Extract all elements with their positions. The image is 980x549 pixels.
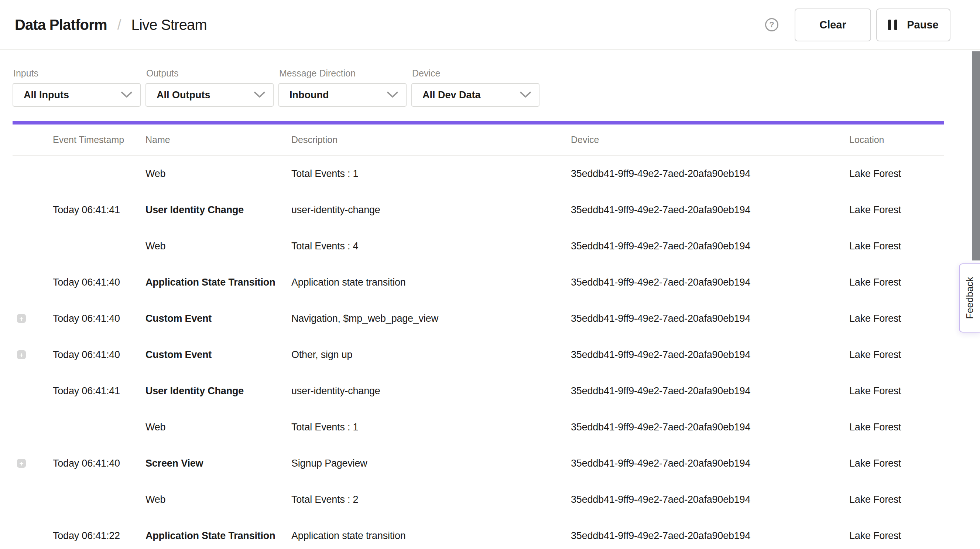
cell-device: 35eddb41-9ff9-49e2-7aed-20afa90eb194	[571, 385, 849, 397]
clear-button[interactable]: Clear	[795, 8, 871, 41]
filter-inputs: Inputs All Inputs	[13, 68, 141, 107]
cell-timestamp: Today 06:41:41	[53, 385, 145, 397]
cell-name: Web	[145, 421, 291, 433]
column-header-description: Description	[291, 134, 571, 145]
table-row: + Web Total Events : 1 35eddb41-9ff9-49e…	[13, 409, 944, 445]
cell-device: 35eddb41-9ff9-49e2-7aed-20afa90eb194	[571, 530, 849, 542]
cell-description: Navigation, $mp_web_page_view	[291, 313, 571, 324]
breadcrumb-section[interactable]: Data Platform	[15, 17, 107, 33]
cell-location: Lake Forest	[849, 530, 944, 542]
cell-expand: +	[13, 314, 53, 323]
cell-description: Total Events : 1	[291, 421, 571, 433]
row-expand-button[interactable]: +	[17, 459, 26, 468]
filter-device: Device All Dev Data	[411, 68, 539, 107]
cell-description: Total Events : 1	[291, 168, 571, 180]
cell-expand: +	[13, 350, 53, 359]
table-row: + Web Total Events : 4 35eddb41-9ff9-49e…	[13, 228, 944, 264]
outputs-select[interactable]: All Outputs	[145, 83, 274, 107]
table-row: + Today 06:41:40 Screen View Signup Page…	[13, 445, 944, 481]
feedback-tab-label: Feedback	[964, 277, 975, 319]
cell-name: Web	[145, 168, 291, 180]
chevron-down-icon	[121, 91, 132, 99]
cell-expand: +	[13, 459, 53, 468]
cell-device: 35eddb41-9ff9-49e2-7aed-20afa90eb194	[571, 421, 849, 433]
cell-expand: +	[13, 423, 53, 431]
cell-location: Lake Forest	[849, 385, 944, 397]
page-title: Live Stream	[131, 17, 207, 33]
cell-name: Web	[145, 494, 291, 505]
message-direction-select[interactable]: Inbound	[278, 83, 407, 107]
filter-outputs-label: Outputs	[146, 68, 274, 79]
event-table-body: + Web Total Events : 1 35eddb41-9ff9-49e…	[13, 156, 944, 549]
cell-description: Application state transition	[291, 277, 571, 288]
vertical-scrollbar-thumb[interactable]	[972, 51, 980, 260]
row-expand-button[interactable]: +	[17, 350, 26, 359]
cell-description: user-identity-change	[291, 385, 571, 397]
cell-name: Web	[145, 241, 291, 252]
cell-name: User Identity Change	[145, 385, 291, 397]
cell-location: Lake Forest	[849, 277, 944, 288]
event-table: Event Timestamp Name Description Device …	[13, 124, 944, 549]
filter-device-label: Device	[412, 68, 539, 79]
cell-location: Lake Forest	[849, 241, 944, 252]
cell-location: Lake Forest	[849, 313, 944, 324]
pause-button-label: Pause	[907, 19, 938, 31]
breadcrumb: Data Platform / Live Stream	[15, 17, 207, 33]
event-table-header: Event Timestamp Name Description Device …	[13, 124, 944, 156]
filter-message-direction-label: Message Direction	[279, 68, 407, 79]
cell-description: Signup Pageview	[291, 458, 571, 469]
message-direction-select-value: Inbound	[290, 89, 329, 101]
cell-name: Custom Event	[145, 349, 291, 361]
cell-device: 35eddb41-9ff9-49e2-7aed-20afa90eb194	[571, 277, 849, 288]
cell-device: 35eddb41-9ff9-49e2-7aed-20afa90eb194	[571, 168, 849, 180]
cell-device: 35eddb41-9ff9-49e2-7aed-20afa90eb194	[571, 241, 849, 252]
cell-expand: +	[13, 386, 53, 395]
cell-device: 35eddb41-9ff9-49e2-7aed-20afa90eb194	[571, 458, 849, 469]
cell-name: Screen View	[145, 458, 291, 469]
cell-expand: +	[13, 206, 53, 214]
table-row: + Today 06:41:40 Custom Event Navigation…	[13, 300, 944, 337]
column-header-location: Location	[849, 134, 944, 145]
chevron-down-icon	[254, 91, 266, 99]
clear-button-label: Clear	[819, 19, 846, 31]
cell-name: Application State Transition	[145, 530, 291, 542]
cell-location: Lake Forest	[849, 349, 944, 361]
cell-timestamp: Today 06:41:40	[53, 313, 145, 324]
inputs-select[interactable]: All Inputs	[13, 83, 141, 107]
table-row: + Web Total Events : 1 35eddb41-9ff9-49e…	[13, 156, 944, 192]
filter-outputs: Outputs All Outputs	[145, 68, 274, 107]
cell-name: Custom Event	[145, 313, 291, 324]
cell-expand: +	[13, 278, 53, 287]
cell-name: Application State Transition	[145, 277, 291, 288]
column-header-name: Name	[145, 134, 291, 145]
cell-description: Total Events : 4	[291, 241, 571, 252]
cell-timestamp: Today 06:41:40	[53, 349, 145, 361]
cell-device: 35eddb41-9ff9-49e2-7aed-20afa90eb194	[571, 204, 849, 216]
cell-timestamp: Today 06:41:22	[53, 530, 145, 542]
cell-device: 35eddb41-9ff9-49e2-7aed-20afa90eb194	[571, 313, 849, 324]
cell-timestamp: Today 06:41:41	[53, 204, 145, 216]
row-expand-button[interactable]: +	[17, 314, 26, 323]
cell-description: user-identity-change	[291, 204, 571, 216]
filter-message-direction: Message Direction Inbound	[278, 68, 407, 107]
cell-description: Other, sign up	[291, 349, 571, 361]
help-icon[interactable]: ?	[765, 18, 778, 31]
chevron-down-icon	[387, 91, 398, 99]
cell-expand: +	[13, 495, 53, 504]
cell-description: Application state transition	[291, 530, 571, 542]
table-row: + Today 06:41:22 Application State Trans…	[13, 518, 944, 549]
header-actions: ? Clear Pause	[765, 8, 950, 41]
cell-device: 35eddb41-9ff9-49e2-7aed-20afa90eb194	[571, 349, 849, 361]
pause-icon	[888, 19, 897, 30]
table-row: + Today 06:41:41 User Identity Change us…	[13, 192, 944, 228]
table-row: + Today 06:41:40 Custom Event Other, sig…	[13, 337, 944, 373]
cell-timestamp: Today 06:41:40	[53, 277, 145, 288]
device-select[interactable]: All Dev Data	[411, 83, 539, 107]
feedback-tab[interactable]: Feedback	[959, 263, 980, 332]
cell-description: Total Events : 2	[291, 494, 571, 505]
inputs-select-value: All Inputs	[24, 89, 69, 101]
cell-location: Lake Forest	[849, 494, 944, 505]
pause-button[interactable]: Pause	[876, 8, 950, 41]
table-row: + Today 06:41:40 Application State Trans…	[13, 264, 944, 300]
column-header-event-timestamp: Event Timestamp	[53, 134, 145, 145]
